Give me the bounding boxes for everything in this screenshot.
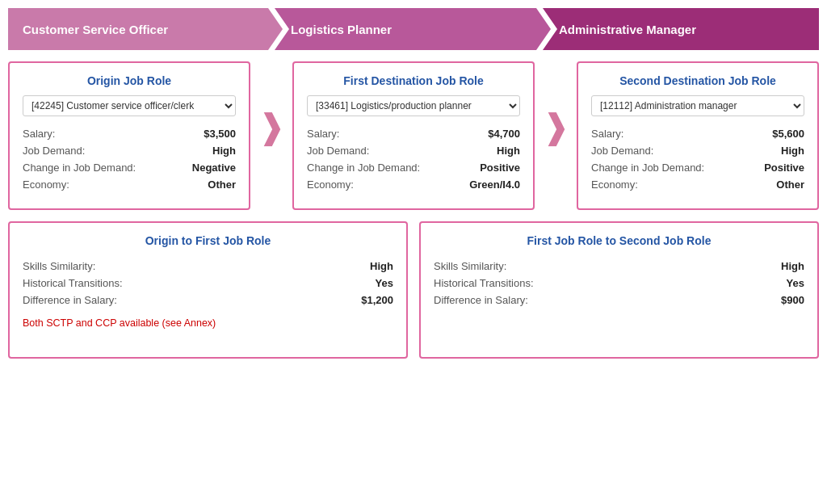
- bottom-right-skills-row: Skills Similarity: High: [434, 260, 804, 272]
- origin-job-demand-value: High: [212, 145, 236, 157]
- bottom-left-diff-salary-row: Difference in Salary: $1,200: [23, 294, 393, 306]
- origin-change-demand-label: Change in Job Demand:: [23, 162, 136, 174]
- arrow-2: ❱: [535, 61, 577, 144]
- second-dest-job-select[interactable]: [12112] Administration manager: [591, 95, 804, 116]
- origin-change-demand-row: Change in Job Demand: Negative: [23, 162, 236, 174]
- banner-seg1-label: Customer Service Officer: [23, 23, 168, 36]
- first-dest-economy-label: Economy:: [307, 178, 354, 191]
- first-dest-economy-row: Economy: Green/I4.0: [307, 178, 520, 191]
- first-dest-salary-value: $4,700: [488, 128, 520, 140]
- origin-job-demand-label: Job Demand:: [23, 145, 85, 157]
- origin-change-demand-value: Negative: [192, 162, 236, 174]
- first-dest-job-demand-row: Job Demand: High: [307, 145, 520, 157]
- bottom-right-hist-value: Yes: [787, 277, 804, 289]
- bottom-right-diff-salary-value: $900: [781, 294, 804, 306]
- first-dest-change-demand-row: Change in Job Demand: Positive: [307, 162, 520, 174]
- second-dest-change-demand-value: Positive: [764, 162, 804, 174]
- second-dest-job-demand-row: Job Demand: High: [591, 145, 804, 157]
- bottom-left-skills-row: Skills Similarity: High: [23, 260, 393, 272]
- bottom-left-hist-value: Yes: [376, 277, 393, 289]
- bottom-right-card: First Job Role to Second Job Role Skills…: [419, 221, 819, 359]
- origin-job-demand-row: Job Demand: High: [23, 145, 236, 157]
- bottom-left-card: Origin to First Job Role Skills Similari…: [8, 221, 408, 359]
- cards-row: Origin Job Role [42245] Customer service…: [8, 61, 819, 210]
- second-dest-change-demand-row: Change in Job Demand: Positive: [591, 162, 804, 174]
- bottom-left-note: Both SCTP and CCP available (see Annex): [23, 317, 393, 329]
- bottom-left-hist-row: Historical Transitions: Yes: [23, 277, 393, 289]
- bottom-right-hist-label: Historical Transitions:: [434, 277, 534, 289]
- first-dest-economy-value: Green/I4.0: [469, 178, 520, 191]
- header-banner: Customer Service Officer Logistics Plann…: [8, 8, 819, 50]
- banner-seg3-label: Administrative Manager: [559, 23, 696, 36]
- bottom-right-diff-salary-label: Difference in Salary:: [434, 294, 528, 306]
- first-dest-card: First Destination Job Role [33461] Logis…: [292, 61, 535, 210]
- second-dest-economy-label: Economy:: [591, 178, 638, 191]
- origin-salary-value: $3,500: [204, 128, 236, 140]
- bottom-right-hist-row: Historical Transitions: Yes: [434, 277, 804, 289]
- second-dest-change-demand-label: Change in Job Demand:: [591, 162, 704, 174]
- bottom-left-diff-salary-value: $1,200: [361, 294, 393, 306]
- first-dest-job-demand-label: Job Demand:: [307, 145, 369, 157]
- origin-economy-row: Economy: Other: [23, 178, 236, 191]
- origin-salary-label: Salary:: [23, 128, 55, 140]
- chevron-right-icon-1: ❱: [258, 110, 286, 144]
- first-dest-job-demand-value: High: [497, 145, 520, 157]
- second-dest-economy-row: Economy: Other: [591, 178, 804, 191]
- bottom-left-skills-value: High: [370, 260, 393, 272]
- origin-economy-label: Economy:: [23, 178, 69, 191]
- second-dest-card-title: Second Destination Job Role: [591, 74, 804, 87]
- bottom-right-skills-label: Skills Similarity:: [434, 260, 506, 272]
- origin-economy-value: Other: [208, 178, 236, 191]
- second-dest-job-demand-label: Job Demand:: [591, 145, 653, 157]
- bottom-row: Origin to First Job Role Skills Similari…: [8, 221, 819, 359]
- second-dest-card: Second Destination Job Role [12112] Admi…: [577, 61, 819, 210]
- bottom-left-hist-label: Historical Transitions:: [23, 277, 123, 289]
- bottom-left-skills-label: Skills Similarity:: [23, 260, 95, 272]
- bottom-right-skills-value: High: [781, 260, 804, 272]
- banner-seg-3: Administrative Manager: [543, 8, 819, 50]
- arrow-1: ❱: [250, 61, 292, 144]
- bottom-right-diff-salary-row: Difference in Salary: $900: [434, 294, 804, 306]
- chevron-right-icon-2: ❱: [542, 110, 570, 144]
- second-dest-salary-label: Salary:: [591, 128, 623, 140]
- origin-card: Origin Job Role [42245] Customer service…: [8, 61, 250, 210]
- first-dest-salary-row: Salary: $4,700: [307, 128, 520, 140]
- bottom-left-title: Origin to First Job Role: [23, 234, 393, 247]
- banner-seg2-label: Logistics Planner: [291, 23, 392, 36]
- banner-seg-2: Logistics Planner: [275, 8, 551, 50]
- first-dest-salary-label: Salary:: [307, 128, 339, 140]
- first-dest-job-select[interactable]: [33461] Logistics/production planner: [307, 95, 520, 116]
- origin-salary-row: Salary: $3,500: [23, 128, 236, 140]
- second-dest-salary-value: $5,600: [772, 128, 804, 140]
- origin-job-select[interactable]: [42245] Customer service officer/clerk: [23, 95, 236, 116]
- first-dest-change-demand-label: Change in Job Demand:: [307, 162, 420, 174]
- bottom-right-title: First Job Role to Second Job Role: [434, 234, 804, 247]
- first-dest-card-title: First Destination Job Role: [307, 74, 520, 87]
- second-dest-economy-value: Other: [776, 178, 804, 191]
- second-dest-salary-row: Salary: $5,600: [591, 128, 804, 140]
- banner-seg-1: Customer Service Officer: [8, 8, 283, 50]
- bottom-left-diff-salary-label: Difference in Salary:: [23, 294, 117, 306]
- origin-card-title: Origin Job Role: [23, 74, 236, 87]
- second-dest-job-demand-value: High: [781, 145, 804, 157]
- first-dest-change-demand-value: Positive: [480, 162, 520, 174]
